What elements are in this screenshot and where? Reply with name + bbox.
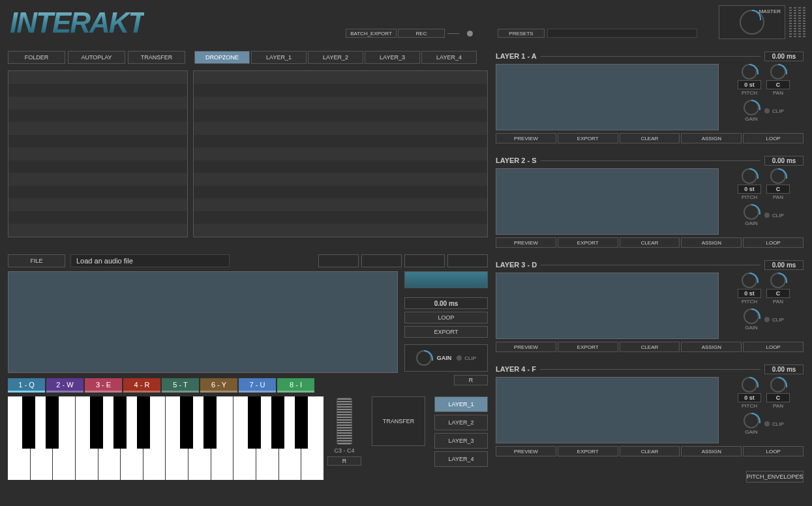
pan-knob-4[interactable] [770, 377, 786, 393]
file-button[interactable]: FILE [8, 254, 65, 267]
rec-indicator [467, 31, 473, 37]
pitch-envelopes-button[interactable]: PITCH_ENVELOPES [746, 471, 804, 483]
dropzone-tab-layer_1[interactable]: LAYER_1 [251, 51, 307, 64]
note-slot-4[interactable]: 4 - R [123, 378, 160, 393]
layer-4-export-button[interactable]: EXPORT [558, 446, 618, 456]
layer-time-1: 0.00 ms [764, 52, 804, 61]
dropzone-tab-layer_2[interactable]: LAYER_2 [308, 51, 363, 64]
layer-2-preview-button[interactable]: PREVIEW [496, 237, 556, 248]
black-key[interactable] [113, 396, 127, 449]
main-waveform[interactable] [8, 271, 398, 373]
black-key[interactable] [271, 396, 284, 449]
pan-knob-1[interactable] [770, 64, 786, 80]
layer-target-1[interactable]: LAYER_1 [434, 396, 488, 412]
file-gain-knob[interactable] [416, 350, 432, 366]
loop-button[interactable]: LOOP [404, 312, 488, 323]
piano-keyboard[interactable] [8, 396, 323, 480]
pitch-knob-2[interactable] [742, 168, 757, 184]
layer-target-4[interactable]: LAYER_4 [434, 451, 488, 467]
pitch-knob-4[interactable] [742, 377, 757, 393]
preset-name-field[interactable] [547, 29, 697, 38]
r-button-bottom[interactable]: R [327, 456, 361, 466]
layer-2-export-button[interactable]: EXPORT [558, 237, 618, 248]
layer-3-assign-button[interactable]: ASSIGN [681, 342, 742, 352]
layer-time-4: 0.00 ms [764, 365, 804, 374]
pitch-label: PITCH [742, 299, 757, 305]
black-key[interactable] [248, 396, 261, 449]
autoplay-button[interactable]: AUTOPLAY [68, 51, 125, 64]
transfer-dropzone[interactable]: TRANSFER [372, 396, 425, 446]
layer-4-clear-button[interactable]: CLEAR [620, 446, 680, 456]
selection-strip[interactable] [404, 271, 488, 288]
layer-waveform-1[interactable] [496, 64, 719, 130]
layer-target-2[interactable]: LAYER_2 [434, 415, 488, 430]
folder-list[interactable] [8, 70, 188, 237]
export-button[interactable]: EXPORT [404, 326, 488, 338]
note-slot-6[interactable]: 6 - Y [200, 378, 237, 393]
black-key[interactable] [137, 396, 150, 449]
layer-1-clear-button[interactable]: CLEAR [620, 133, 680, 143]
pan-knob-3[interactable] [770, 273, 786, 288]
layer-4-assign-button[interactable]: ASSIGN [681, 446, 742, 456]
pan-value-1: C [766, 80, 790, 89]
layer-waveform-3[interactable] [496, 273, 719, 339]
layer-1-loop-button[interactable]: LOOP [743, 133, 804, 143]
black-key[interactable] [46, 396, 59, 449]
pan-knob-2[interactable] [770, 168, 786, 184]
layer-2-assign-button[interactable]: ASSIGN [681, 237, 742, 248]
layer-4-loop-button[interactable]: LOOP [743, 446, 804, 456]
note-slot-7[interactable]: 7 - U [239, 378, 276, 393]
clip-indicator-4: CLIP [764, 421, 784, 427]
gain-label: GAIN [745, 429, 758, 435]
transfer-button[interactable]: TRANSFER [128, 51, 185, 64]
note-slot-2[interactable]: 2 - W [46, 378, 83, 393]
black-key[interactable] [22, 396, 35, 449]
folder-button[interactable]: FOLDER [8, 51, 65, 64]
pan-value-3: C [766, 289, 790, 298]
layer-1-assign-button[interactable]: ASSIGN [681, 133, 742, 143]
black-key[interactable] [203, 396, 217, 449]
black-key[interactable] [180, 396, 193, 449]
batch-export-button[interactable]: BATCH_EXPORT [346, 29, 397, 38]
layer-1-export-button[interactable]: EXPORT [558, 133, 618, 143]
note-slot-1[interactable]: 1 - Q [8, 378, 45, 393]
layer-target-3[interactable]: LAYER_3 [434, 433, 488, 449]
note-slot-3[interactable]: 3 - E [85, 378, 122, 393]
presets-button[interactable]: PRESETS [498, 29, 545, 38]
layer-4-preview-button[interactable]: PREVIEW [496, 446, 556, 456]
pitch-knob-1[interactable] [742, 64, 757, 80]
gain-knob-3[interactable] [744, 308, 759, 324]
dropzone-tab-dropzone[interactable]: DROPZONE [194, 51, 250, 64]
layer-3-loop-button[interactable]: LOOP [743, 342, 804, 352]
dropzone-list[interactable] [193, 70, 488, 237]
layer-waveform-2[interactable] [496, 168, 719, 235]
master-volume[interactable]: MASTER [719, 5, 785, 39]
file-path-field[interactable]: Load an audio file [70, 254, 230, 267]
rec-button[interactable]: REC [398, 29, 445, 38]
layer-2-loop-button[interactable]: LOOP [743, 237, 804, 248]
layer-waveform-4[interactable] [496, 377, 719, 443]
info-box-2 [361, 254, 402, 267]
r-button-top[interactable]: R [454, 375, 488, 385]
info-box-3 [404, 254, 445, 267]
pitch-knob-3[interactable] [742, 273, 757, 288]
layer-2-clear-button[interactable]: CLEAR [620, 237, 680, 248]
gain-knob-1[interactable] [744, 100, 759, 115]
pan-label: PAN [773, 90, 783, 96]
gain-knob-2[interactable] [744, 204, 759, 220]
file-clip-indicator: CLIP [457, 355, 476, 361]
dropzone-tab-layer_4[interactable]: LAYER_4 [421, 51, 477, 64]
note-slot-8[interactable]: 8 - I [277, 378, 314, 393]
note-slot-5[interactable]: 5 - T [162, 378, 199, 393]
layer-time-3: 0.00 ms [764, 260, 804, 270]
mod-wheel[interactable] [337, 398, 352, 445]
layer-3-export-button[interactable]: EXPORT [558, 342, 618, 352]
black-key[interactable] [90, 396, 103, 449]
black-key[interactable] [295, 396, 308, 449]
layer-3-preview-button[interactable]: PREVIEW [496, 342, 556, 352]
gain-knob-4[interactable] [744, 413, 759, 428]
dropzone-tab-layer_3[interactable]: LAYER_3 [365, 51, 420, 64]
level-meters [789, 7, 805, 37]
layer-1-preview-button[interactable]: PREVIEW [496, 133, 556, 143]
layer-3-clear-button[interactable]: CLEAR [620, 342, 680, 352]
